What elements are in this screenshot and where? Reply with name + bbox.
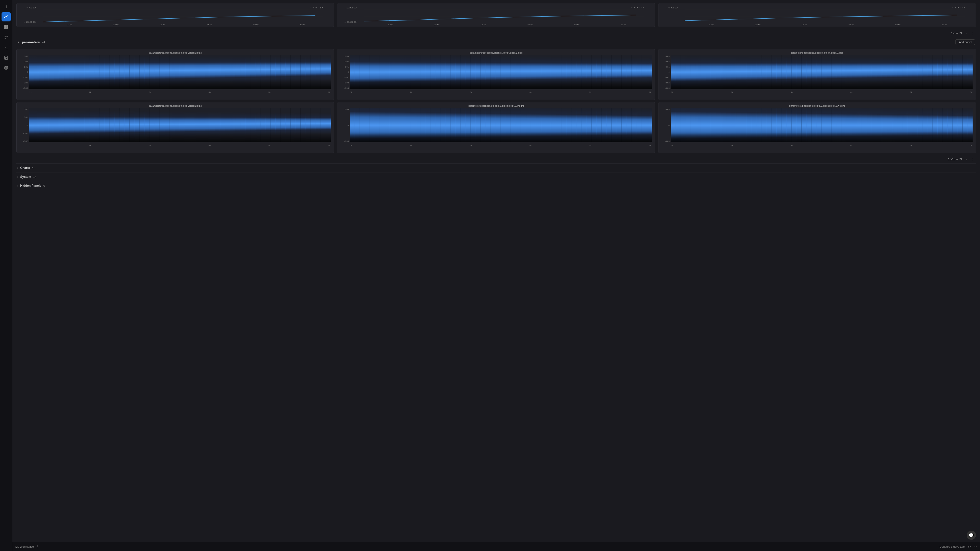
sidebar-icon-database[interactable] bbox=[2, 63, 11, 73]
svg-text:Step: Step bbox=[310, 6, 323, 8]
sidebar-icon-grid[interactable] bbox=[2, 22, 11, 32]
svg-text:2k: 2k bbox=[434, 24, 440, 25]
workspace-menu-button[interactable]: ⋮ bbox=[35, 545, 39, 549]
workspace-label: My Workspace ⋮ bbox=[15, 545, 39, 549]
top-chart-3: Step -400 1k 2k 3k 4k 5k 6k bbox=[658, 3, 976, 27]
pagination-bottom-next[interactable]: › bbox=[970, 157, 975, 162]
svg-text:2k: 2k bbox=[755, 24, 760, 25]
chart-weight-3: parameters/backbone.blocks.3.block.block… bbox=[658, 102, 976, 153]
system-section-title: System bbox=[20, 175, 31, 179]
top-chart-2-area: Step -200 -300 1k 2k 3k 4k 5k 6k bbox=[340, 5, 652, 26]
chart-weight-1: parameters/backbone.blocks.1.block.block… bbox=[337, 102, 655, 153]
parameters-title-row[interactable]: ▼ parameters 74 bbox=[18, 40, 45, 44]
svg-text:-400: -400 bbox=[665, 6, 678, 9]
sidebar-icon-terminal[interactable]: ›_ bbox=[2, 43, 11, 52]
svg-rect-0 bbox=[4, 25, 6, 27]
charts-section: › Charts 4 bbox=[16, 163, 976, 172]
bottom-bar: My Workspace ⋮ Updated 3 days ago ↩ ↪ bbox=[12, 542, 980, 551]
workspace-name: My Workspace bbox=[15, 545, 34, 548]
pagination-top-next[interactable]: › bbox=[970, 30, 975, 36]
pagination-top-prev[interactable]: ‹ bbox=[964, 30, 969, 36]
top-chart-2: Step -200 -300 1k 2k 3k 4k 5k 6k bbox=[337, 3, 655, 27]
chart-weight-1-plot bbox=[350, 108, 652, 142]
chart-bias-1-body: 0.03 0.02 0.01 0 -0.01 -0.02 -0.03 1k 2k… bbox=[340, 55, 652, 94]
chart-bias-5-ylabels: 0.03 0.02 0.01 0 -0.01 -0.02 -0.03 bbox=[662, 55, 671, 89]
chart-bias-5-plot bbox=[671, 55, 973, 89]
svg-text:1k: 1k bbox=[66, 24, 72, 25]
svg-text:3k: 3k bbox=[160, 24, 165, 25]
chart-bias-3-xlabels: 1k 2k 3k 4k 5k 6k bbox=[29, 91, 331, 94]
chart-weight-3-title: parameters/backbone.blocks.3.block.block… bbox=[662, 104, 973, 107]
top-charts-row: Step -400 -600 1k 2k 3k 4k 5k 6k bbox=[16, 3, 976, 27]
svg-text:3k: 3k bbox=[480, 24, 487, 25]
chart-bias-5-xlabels: 1k 2k 3k 4k 5k 6k bbox=[671, 91, 973, 94]
parameters-count: 74 bbox=[42, 41, 45, 44]
svg-text:Step: Step bbox=[631, 6, 644, 8]
parameters-chevron: ▼ bbox=[18, 41, 20, 44]
svg-text:4k: 4k bbox=[527, 24, 533, 25]
chart-bias-3: parameters/backbone.blocks.3.block.block… bbox=[16, 49, 334, 100]
charts-section-count: 4 bbox=[32, 166, 33, 169]
svg-text:1k: 1k bbox=[387, 24, 393, 25]
redo-button[interactable]: ↪ bbox=[974, 545, 977, 549]
chat-bubble[interactable]: 💬 bbox=[967, 530, 976, 540]
charts-section-title: Charts bbox=[20, 166, 30, 170]
svg-rect-3 bbox=[6, 27, 8, 29]
hidden-panels-chevron: › bbox=[18, 184, 18, 187]
add-panel-button[interactable]: Add panel bbox=[956, 39, 975, 45]
charts-bottom-grid: parameters/backbone.blocks.0.block.block… bbox=[16, 102, 976, 153]
top-chart-1-area: Step -400 -600 1k 2k 3k 4k 5k 6k bbox=[20, 5, 331, 26]
charts-section-header[interactable]: › Charts 4 bbox=[18, 166, 975, 170]
sidebar: ℹ ›_ bbox=[0, 0, 12, 551]
chart-weight-1-title: parameters/backbone.blocks.1.block.block… bbox=[340, 104, 652, 107]
chart-bias-1: parameters/backbone.blocks.1.block.block… bbox=[337, 49, 655, 100]
chart-bias-0-ylabels: 0.02 0.01 0 -0.01 -0.02 bbox=[20, 108, 29, 142]
pagination-top-text: 1-6 of 74 bbox=[951, 32, 962, 35]
pagination-top: 1-6 of 74 ‹ › bbox=[16, 29, 976, 37]
main-content: Step -400 -600 1k 2k 3k 4k 5k 6k bbox=[12, 0, 980, 551]
chart-bias-5-title: parameters/backbone.blocks.5.block.block… bbox=[662, 51, 973, 54]
svg-text:4k: 4k bbox=[207, 24, 212, 25]
chart-bias-1-xlabels: 1k 2k 3k 4k 5k 6k bbox=[350, 91, 652, 94]
svg-text:6k: 6k bbox=[300, 24, 305, 25]
undo-button[interactable]: ↩ bbox=[968, 545, 971, 549]
sidebar-icon-report[interactable] bbox=[2, 53, 11, 62]
top-chart-1: Step -400 -600 1k 2k 3k 4k 5k 6k bbox=[16, 3, 334, 27]
svg-text:5k: 5k bbox=[895, 24, 900, 25]
pagination-bottom-prev[interactable]: ‹ bbox=[964, 157, 969, 162]
sidebar-icon-charts[interactable] bbox=[2, 12, 11, 21]
svg-text:5k: 5k bbox=[253, 24, 259, 25]
svg-text:-200: -200 bbox=[345, 6, 357, 9]
svg-point-13 bbox=[5, 66, 8, 67]
chart-bias-3-body: 0.03 0.02 0.01 0 -0.01 -0.02 -0.03 1k 2k… bbox=[20, 55, 331, 94]
system-section: › System 14 bbox=[16, 172, 976, 181]
hidden-panels-count: 0 bbox=[43, 184, 45, 187]
chart-bias-1-plot bbox=[350, 55, 652, 89]
system-section-header[interactable]: › System 14 bbox=[18, 175, 975, 179]
svg-text:1k: 1k bbox=[708, 24, 714, 25]
chart-weight-3-plot bbox=[671, 108, 973, 142]
chart-weight-1-xlabels: 1k 2k 3k 4k 5k 6k bbox=[350, 144, 652, 146]
chart-bias-1-title: parameters/backbone.blocks.1.block.block… bbox=[340, 51, 652, 54]
charts-chevron: › bbox=[18, 167, 18, 169]
updated-text: Updated 3 days ago bbox=[940, 545, 965, 548]
chart-bias-0: parameters/backbone.blocks.0.block.block… bbox=[16, 102, 334, 153]
sidebar-icon-info[interactable]: ℹ bbox=[2, 2, 11, 11]
svg-text:5k: 5k bbox=[574, 24, 580, 25]
hidden-panels-title: Hidden Panels bbox=[20, 184, 41, 187]
svg-text:4k: 4k bbox=[848, 24, 854, 25]
chart-bias-0-body: 0.02 0.01 0 -0.01 -0.02 1k 2k 3k 4k 5k 6… bbox=[20, 108, 331, 146]
hidden-panels-header[interactable]: › Hidden Panels 0 bbox=[18, 184, 975, 187]
svg-text:-300: -300 bbox=[345, 21, 357, 23]
chart-bias-5-body: 0.03 0.02 0.01 0 -0.01 -0.02 -0.03 1k 2k… bbox=[662, 55, 973, 94]
sidebar-icon-branch[interactable] bbox=[2, 33, 11, 42]
hidden-panels-section: › Hidden Panels 0 bbox=[16, 181, 976, 190]
chart-bias-3-plot bbox=[29, 55, 331, 89]
chart-bias-0-plot bbox=[29, 108, 331, 142]
charts-top-grid: parameters/backbone.blocks.3.block.block… bbox=[16, 49, 976, 100]
system-section-count: 14 bbox=[33, 175, 36, 178]
chart-weight-3-ylabels: 0.05 0 -0.05 bbox=[662, 108, 671, 142]
svg-text:6k: 6k bbox=[620, 24, 627, 25]
chart-weight-1-ylabels: 0.05 0 -0.05 bbox=[340, 108, 350, 142]
svg-point-6 bbox=[5, 38, 6, 39]
